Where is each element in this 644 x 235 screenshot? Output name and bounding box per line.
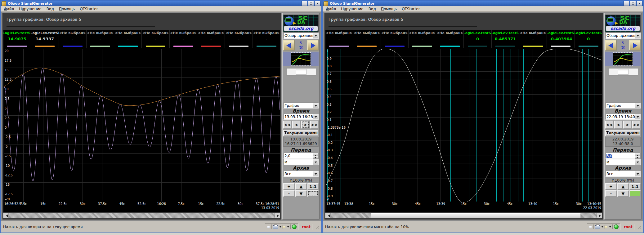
document-icon[interactable]	[267, 225, 270, 229]
scroll-left-icon[interactable]	[3, 213, 9, 218]
signal-slot[interactable]: <Не выбран>-	[436, 30, 464, 48]
signal-slot[interactable]: <Не выбран>-	[59, 30, 87, 48]
time-scrollbar[interactable]	[325, 213, 602, 218]
spin-down-icon[interactable]	[313, 156, 319, 159]
signal-slot[interactable]: <Не выбран>-	[253, 30, 280, 48]
signal-slot[interactable]: LogicLev.testSi-0.403964	[547, 30, 575, 48]
export-icon[interactable]	[605, 225, 608, 229]
archive-select[interactable]: Все	[283, 171, 319, 177]
printer-menu-icon[interactable]	[602, 226, 603, 228]
menu-item-Нарушение[interactable]: Нарушение	[338, 7, 366, 11]
chart-canvas[interactable]: 2017.51512.5107.552.50-2.5-5-7.5-10-12.5…	[4, 49, 280, 202]
title-bar[interactable]: Обзор SignalGenerator _□×	[1, 1, 321, 6]
menu-item-Файл[interactable]: Файл	[1, 7, 16, 11]
pan-up-button[interactable]: ▲	[617, 183, 629, 190]
menu-item-Помощь[interactable]: Помощь	[56, 7, 77, 11]
spin-down-icon[interactable]	[635, 156, 641, 159]
document-icon[interactable]	[589, 225, 592, 229]
signal-slot[interactable]: <Не выбран>-	[87, 30, 114, 48]
chevron-down-icon[interactable]	[635, 171, 640, 176]
jump-forward-button[interactable]: >>	[632, 121, 641, 129]
next-group-button[interactable]	[629, 40, 641, 51]
chevron-down-icon[interactable]	[313, 159, 318, 165]
signal-slot[interactable]: LogicLev.testSi0.485371	[492, 30, 519, 48]
signal-slot[interactable]: <Не выбран>-	[142, 30, 169, 48]
menu-item-Помощь[interactable]: Помощь	[378, 7, 399, 11]
prev-group-button[interactable]	[605, 40, 617, 51]
current-time-button[interactable]: Текущее время	[283, 130, 319, 136]
view-select[interactable]: График	[605, 103, 641, 109]
chevron-down-icon[interactable]	[635, 33, 640, 38]
zoom-in-button[interactable]: +	[605, 183, 617, 190]
resize-grip[interactable]	[315, 225, 319, 229]
chevron-down-icon[interactable]	[635, 103, 640, 108]
scroll-left-icon[interactable]	[325, 213, 331, 218]
archive-select[interactable]: Все	[605, 171, 641, 177]
export-menu-icon[interactable]	[609, 226, 611, 228]
maximize-button[interactable]: □	[308, 1, 314, 6]
signal-slot[interactable]: <Не выбран>-	[519, 30, 547, 48]
step-back-button[interactable]: <	[292, 121, 301, 129]
one-to-one-button[interactable]: 1:1	[629, 183, 641, 190]
menu-item-Вид[interactable]: Вид	[44, 7, 56, 11]
jump-back-button[interactable]: <<	[283, 121, 292, 129]
menu-item-Нарушение[interactable]: Нарушение	[16, 7, 44, 11]
pan-down-button[interactable]: ▼	[617, 190, 629, 197]
signal-slot[interactable]: <Не выбран>-	[353, 30, 381, 48]
signal-slot[interactable]: LogicLev.testSi0	[464, 30, 491, 48]
chevron-down-icon[interactable]	[313, 114, 318, 119]
menu-item-Файл[interactable]: Файл	[323, 7, 338, 11]
one-to-one-button[interactable]: 1:1	[307, 183, 319, 190]
signal-slot[interactable]: <Не выбран>-	[114, 30, 142, 48]
minimize-button[interactable]: _	[302, 1, 307, 6]
period-spinbox[interactable]: 2,0	[283, 153, 319, 159]
printer-menu-icon[interactable]	[280, 226, 281, 228]
signal-slot[interactable]: <Не выбран>-	[225, 30, 253, 48]
signal-slot[interactable]: <Не выбран>-	[170, 30, 197, 48]
time-select[interactable]: 13.03.19 16:28:51	[283, 114, 319, 120]
menu-item-Вид[interactable]: Вид	[366, 7, 378, 11]
time-select[interactable]: 22.03.19 13:40:38	[605, 114, 641, 120]
view-thumbnail-document[interactable]	[286, 68, 316, 76]
period-unit-select[interactable]: м	[283, 159, 319, 165]
spin-up-icon[interactable]	[635, 153, 641, 156]
minimize-button[interactable]: _	[624, 1, 629, 6]
maximize-button[interactable]: □	[630, 1, 636, 6]
step-forward-button[interactable]: >	[301, 121, 310, 129]
printer-icon[interactable]	[273, 225, 278, 229]
next-group-button[interactable]	[307, 40, 319, 51]
signal-slot[interactable]: <Не выбран>-	[409, 30, 436, 48]
view-thumbnail-graph[interactable]	[283, 52, 319, 66]
signal-slot[interactable]: <Не выбран>-	[325, 30, 353, 48]
pan-up-button[interactable]: ▲	[295, 183, 307, 190]
jump-forward-button[interactable]: >>	[310, 121, 319, 129]
signal-slot[interactable]: <Не выбран>-	[197, 30, 225, 48]
pan-down-button[interactable]: ▼	[295, 190, 307, 197]
extra-button[interactable]	[307, 190, 319, 197]
view-select[interactable]: График	[283, 103, 319, 109]
export-menu-icon[interactable]	[287, 226, 289, 228]
close-button[interactable]: ×	[315, 1, 320, 6]
chevron-down-icon[interactable]	[313, 33, 318, 38]
signal-slot[interactable]: LogicLev.testSi0	[575, 30, 602, 48]
chart-canvas[interactable]: 10.90.80.70.60.50.40.30.20.1-1.3878e-16-…	[326, 49, 602, 202]
time-scrollbar[interactable]	[3, 213, 280, 218]
export-icon[interactable]	[283, 225, 286, 229]
period-spinbox[interactable]: 3,0	[605, 153, 641, 159]
group-select[interactable]: Обзор архивов 5	[283, 33, 319, 39]
scroll-right-icon[interactable]	[275, 213, 280, 218]
menu-item-QTStarter[interactable]: QTStarter	[399, 7, 422, 11]
period-unit-select[interactable]: м	[605, 159, 641, 165]
spin-up-icon[interactable]	[313, 153, 319, 156]
signal-slot[interactable]: <Не выбран>-	[381, 30, 409, 48]
step-forward-button[interactable]: >	[623, 121, 632, 129]
title-bar[interactable]: Обзор SignalGenerator _□×	[323, 1, 643, 6]
group-select[interactable]: Обзор архивов 5	[605, 33, 641, 39]
jump-back-button[interactable]: <<	[605, 121, 614, 129]
printer-icon[interactable]	[595, 225, 600, 229]
zoom-in-button[interactable]: +	[283, 183, 295, 190]
signal-slot[interactable]: LogicLev.testSi14.9337	[31, 30, 59, 48]
step-back-button[interactable]: <	[614, 121, 623, 129]
scroll-right-icon[interactable]	[597, 213, 602, 218]
prev-group-button[interactable]	[283, 40, 295, 51]
